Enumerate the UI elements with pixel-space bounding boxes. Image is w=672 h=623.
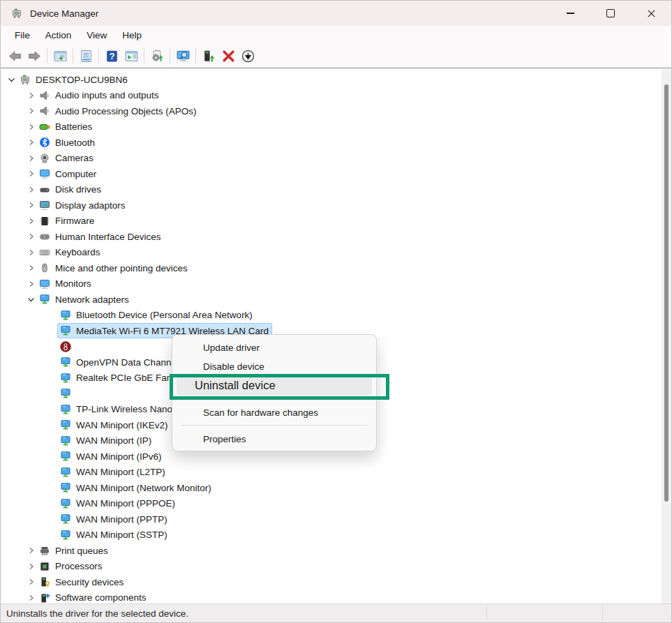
help-button[interactable]: ? [102, 46, 121, 66]
tree-item-keyboards[interactable]: Keyboards [1, 245, 661, 261]
window-controls [550, 1, 671, 26]
chevron-collapsed-icon[interactable] [25, 200, 37, 211]
tree-item-label: Mice and other pointing devices [55, 263, 188, 273]
minimize-button[interactable] [550, 1, 590, 26]
tree-item-audio-processing-objects-apos[interactable]: Audio Processing Objects (APOs) [1, 103, 661, 119]
tree-item-label: Keyboards [55, 247, 100, 257]
chevron-expanded-icon[interactable] [6, 74, 17, 86]
status-bar: Uninstalls the driver for the selected d… [1, 603, 671, 622]
network-icon [59, 529, 72, 541]
chevron-collapsed-icon[interactable] [25, 105, 37, 117]
context-menu-item-uninstall-device[interactable]: Uninstall device [177, 375, 372, 396]
tree-item-batteries[interactable]: Batteries [1, 119, 661, 135]
update-device-software-button[interactable] [199, 46, 218, 66]
menu-file[interactable]: File [8, 28, 37, 43]
chevron-collapsed-icon[interactable] [25, 89, 37, 101]
tree-item-wan-miniport-network-monitor[interactable]: WAN Miniport (Network Monitor) [1, 480, 661, 496]
camera-icon [38, 152, 51, 165]
device-manager-app-icon [10, 7, 23, 20]
scrollbar-thumb[interactable] [664, 84, 669, 502]
chevron-collapsed-icon[interactable] [25, 183, 37, 195]
tree-item-wan-miniport-pppoe[interactable]: WAN Miniport (PPPOE) [1, 496, 661, 512]
tree-item-cameras[interactable]: Cameras [1, 151, 661, 167]
show-action-pane-button[interactable] [121, 46, 141, 66]
window-title: Device Manager [30, 8, 98, 19]
tree-item-wan-miniport-sstp[interactable]: WAN Miniport (SSTP) [1, 527, 661, 543]
close-button[interactable] [631, 1, 671, 26]
tree-item-security-devices[interactable]: Security devices [1, 574, 661, 590]
close-icon [647, 9, 656, 18]
chevron-collapsed-icon[interactable] [25, 121, 37, 133]
tree-item-network-adapters[interactable]: Network adapters [1, 292, 661, 308]
printer-icon [38, 544, 51, 557]
tree-item-label: Realtek PCIe GbE Fam [76, 373, 174, 383]
chevron-collapsed-icon[interactable] [25, 262, 37, 274]
tree-item-label: Network adapters [55, 294, 129, 305]
chevron-collapsed-icon[interactable] [25, 576, 37, 588]
monitor-icon [38, 278, 51, 290]
chevron-collapsed-icon[interactable] [25, 246, 37, 258]
battery-icon [38, 121, 51, 133]
context-menu-item-disable-device[interactable]: Disable device [177, 356, 372, 376]
security-icon [38, 576, 51, 588]
chevron-collapsed-icon[interactable] [25, 545, 37, 557]
tree-item-print-queues[interactable]: Print queues [1, 543, 661, 559]
chevron-collapsed-icon[interactable] [25, 278, 37, 290]
tree-item-wan-miniport-l2tp[interactable]: WAN Miniport (L2TP) [1, 465, 661, 481]
menu-action[interactable]: Action [38, 28, 79, 43]
context-menu-separator [181, 425, 368, 426]
tree-item-bluetooth-device-personal-area-network[interactable]: Bluetooth Device (Personal Area Network) [1, 308, 661, 324]
scan-for-hardware-changes-button[interactable] [173, 46, 193, 66]
tree-item-label: TP-Link Wireless Nano [76, 404, 172, 414]
vertical-scrollbar[interactable] [662, 69, 671, 606]
chevron-collapsed-icon[interactable] [25, 215, 37, 227]
context-menu-item-scan-for-hardware-changes[interactable]: Scan for hardware changes [177, 402, 372, 423]
network-icon [59, 324, 72, 337]
chevron-collapsed-icon[interactable] [25, 592, 37, 603]
firmware-icon [38, 215, 51, 227]
tree-item-label: Software components [55, 592, 147, 603]
menu-help[interactable]: Help [115, 28, 149, 43]
menu-view[interactable]: View [80, 28, 114, 43]
maximize-button[interactable] [590, 1, 631, 26]
context-menu-item-properties[interactable]: Properties [177, 428, 372, 449]
uninstall-button[interactable] [218, 46, 238, 66]
tree-item-label: WAN Miniport (SSTP) [76, 530, 167, 540]
tree-item-bluetooth[interactable]: Bluetooth [1, 135, 661, 151]
tree-item-audio-inputs-and-outputs[interactable]: Audio inputs and outputs [1, 88, 661, 104]
chevron-collapsed-icon[interactable] [25, 231, 37, 243]
tree-item-wan-miniport-pptp[interactable]: WAN Miniport (PPTP) [1, 511, 661, 527]
action-pane-icon [124, 49, 139, 63]
chevron-collapsed-icon[interactable] [25, 168, 37, 180]
tree-item-disk-drives[interactable]: Disk drives [1, 182, 661, 198]
update-driver-button[interactable] [147, 46, 167, 66]
chevron-collapsed-icon[interactable] [25, 560, 37, 572]
chevron-collapsed-icon[interactable] [25, 137, 37, 149]
network-icon [59, 403, 72, 416]
network-icon [59, 387, 72, 400]
scan-icon [176, 49, 191, 63]
speaker-icon [38, 105, 51, 117]
toolbar-separator [47, 48, 47, 63]
context-menu-item-update-driver[interactable]: Update driver [177, 338, 372, 357]
chevron-expanded-icon[interactable] [25, 294, 37, 306]
tree-item-label: Disk drives [55, 184, 101, 195]
tree-item-human-interface-devices[interactable]: Human Interface Devices [1, 229, 661, 245]
disable-button[interactable] [238, 46, 257, 66]
tree-item-mice-and-other-pointing-devices[interactable]: Mice and other pointing devices [1, 260, 661, 276]
tree-item-firmware[interactable]: Firmware [1, 213, 661, 230]
network-icon [59, 450, 72, 463]
tree-item-label: Audio inputs and outputs [55, 90, 159, 100]
error-icon [59, 340, 72, 353]
tree-item-processors[interactable]: Processors [1, 559, 661, 575]
tree-item-display-adaptors[interactable]: Display adaptors [1, 197, 661, 213]
tree-item-monitors[interactable]: Monitors [1, 276, 661, 292]
tree-item-computer[interactable]: Computer [1, 166, 661, 182]
chevron-collapsed-icon[interactable] [25, 152, 37, 164]
tree-item-label: WAN Miniport (Network Monitor) [76, 483, 211, 493]
show-console-tree-button[interactable] [50, 46, 70, 66]
tree-item-desktop-ucu9bn6[interactable]: DESKTOP-UCU9BN6 [1, 72, 661, 88]
forward-button[interactable] [24, 46, 44, 66]
back-button[interactable] [5, 46, 24, 66]
properties-button[interactable] [76, 46, 96, 66]
